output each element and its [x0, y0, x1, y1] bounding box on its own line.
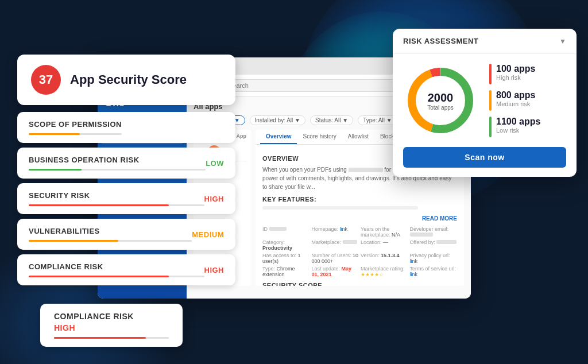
meta-tos: Terms of service url: link [410, 266, 458, 277]
legend-label-low: Low risk [496, 127, 540, 134]
tab-score-history[interactable]: Score history [297, 130, 342, 144]
ra-body: 2000 Total apps 100 apps High risk 800 a… [393, 54, 577, 147]
legend-text-high: 100 apps High risk [496, 64, 535, 81]
compliance-progress-fill [54, 337, 146, 339]
legend-label-medium: Medium risk [496, 100, 535, 107]
risk-level-compliance: HIGH [204, 266, 225, 274]
meta-location: Location: — [361, 239, 408, 251]
risk-item-compliance[interactable]: COMPLIANCE RISK HIGH [17, 254, 235, 285]
ra-footer: Scan now [393, 147, 577, 177]
meta-marketplace: Marketplace: [312, 239, 359, 251]
risk-item-compliance-progress [29, 276, 204, 277]
ra-dropdown-icon[interactable]: ▼ [559, 37, 566, 45]
donut-sublabel: Total apps [427, 104, 454, 111]
scan-now-button[interactable]: Scan now [403, 147, 566, 168]
risk-item-business-fill [29, 169, 82, 171]
risk-item-business-progress [29, 169, 206, 171]
meta-category: Category: Productivity [262, 239, 310, 251]
risk-item-security-fill [29, 204, 169, 206]
meta-last-update: Last update: May 01, 2021 [312, 266, 359, 277]
meta-grid: ID Homepage: link Years on the marketpla… [262, 226, 457, 277]
legend-bar-low [489, 117, 492, 137]
risk-item-scope-progress [29, 133, 122, 135]
risk-item-business-label: BUSINESS OPERATION RISK [29, 156, 206, 164]
legend-label-high: High risk [496, 74, 535, 81]
meta-offered-by: Offered by: [410, 239, 458, 251]
legend-bar-medium [489, 90, 492, 111]
legend-text-low: 1100 apps Low risk [496, 117, 540, 134]
legend-bar-high [489, 64, 492, 84]
risk-item-scope-fill [29, 133, 80, 135]
risk-item-scope-label: SCOPE OF PERMISSION [29, 120, 122, 129]
risk-item-vuln-progress [29, 240, 192, 242]
meta-version: Version: 15.1.3.4 [361, 253, 408, 264]
score-header: 37 App Security Score [17, 55, 235, 105]
risk-assessment-card: RISK ASSESSMENT ▼ 2000 Total apps [393, 29, 577, 177]
risk-level-business: LOW [206, 159, 224, 168]
tab-allowlist[interactable]: Allowlist [342, 130, 374, 144]
legend-count-low: 1100 apps [496, 117, 540, 127]
risk-level-vuln: MEDIUM [192, 230, 224, 239]
meta-rating: Marketplace rating: ★★★★☆ [361, 266, 408, 277]
left-panel: 37 App Security Score SCOPE OF PERMISSIO… [17, 55, 235, 285]
risk-item-vuln-fill [29, 240, 118, 242]
legend-count-high: 100 apps [496, 64, 535, 74]
key-features-placeholder [262, 206, 418, 210]
risk-item-scope[interactable]: SCOPE OF PERMISSION [17, 112, 235, 143]
risk-item-security-progress [29, 204, 204, 206]
legend-high: 100 apps High risk [489, 64, 540, 84]
risk-item-vuln-label: VULNERABILITIES [29, 227, 192, 235]
filter-installed-by[interactable]: Installed by: All ▼ [250, 115, 305, 125]
legend-text-medium: 800 apps Medium risk [496, 90, 535, 107]
risk-item-security[interactable]: SECURITY RISK HIGH [17, 183, 235, 214]
meta-dev-email: Developer email: [410, 226, 458, 238]
filter-status[interactable]: Status: All ▼ [310, 115, 353, 125]
risk-item-security-label: SECURITY RISK [29, 191, 204, 200]
ra-legend: 100 apps High risk 800 apps Medium risk … [489, 64, 540, 137]
security-scope: SECURITY SCOPE ▶ Scope of permissions ▶ … [262, 282, 457, 286]
meta-num-users: Number of users: 10 000 000+ [312, 253, 359, 264]
risk-level-security: HIGH [204, 195, 225, 203]
meta-type: Type: Chrome extension [262, 266, 310, 277]
meta-homepage: Homepage: link [312, 226, 359, 238]
risk-item-vuln[interactable]: VULNERABILITIES MEDIUM [17, 219, 235, 250]
ra-header: RISK ASSESSMENT ▼ [393, 29, 577, 54]
key-features-title: KEY FEATURES: [262, 196, 457, 203]
meta-id: ID [262, 226, 310, 238]
risk-items: SCOPE OF PERMISSION BUSINESS OPERATION R… [17, 112, 235, 285]
legend-medium: 800 apps Medium risk [489, 90, 540, 111]
meta-access: Has access to: 1 user(s) [262, 253, 310, 264]
meta-privacy: Privacy policy url: link [410, 253, 458, 264]
compliance-badge-level: HIGH [54, 323, 169, 332]
security-scope-title: SECURITY SCOPE [262, 282, 457, 286]
tab-overview[interactable]: Overview [260, 130, 297, 144]
col-app: App [237, 133, 247, 139]
score-label: App Security Score [70, 72, 187, 87]
read-more-link[interactable]: READ MORE [262, 215, 457, 222]
risk-item-compliance-label: COMPLIANCE RISK [29, 262, 204, 271]
compliance-badge: COMPLIANCE RISK HIGH [40, 304, 183, 347]
meta-years: Years on the marketplace: N/A [361, 226, 408, 238]
filter-type[interactable]: Type: All ▼ [358, 115, 397, 125]
donut-number: 2000 [427, 91, 454, 104]
ra-title: RISK ASSESSMENT [403, 37, 478, 45]
donut-center: 2000 Total apps [427, 91, 454, 111]
risk-item-business[interactable]: BUSINESS OPERATION RISK LOW [17, 148, 235, 179]
legend-count-medium: 800 apps [496, 90, 535, 100]
legend-low: 1100 apps Low risk [489, 117, 540, 137]
risk-item-compliance-fill [29, 276, 169, 277]
score-badge: 37 [31, 65, 61, 95]
donut-chart: 2000 Total apps [403, 63, 478, 138]
compliance-progress-bar [54, 337, 169, 339]
compliance-badge-label: COMPLIANCE RISK [54, 312, 169, 321]
